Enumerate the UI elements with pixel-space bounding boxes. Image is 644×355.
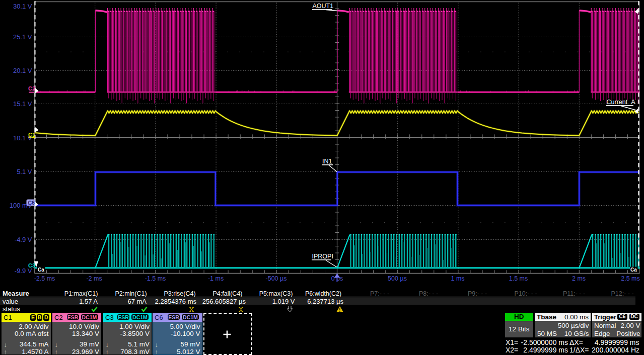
svg-text:1.5 ms: 1.5 ms [509, 275, 528, 282]
svg-text:-1 ms: -1 ms [208, 275, 224, 282]
svg-text:Ca: Ca [630, 267, 637, 273]
svg-text:-4.9 V: -4.9 V [15, 236, 32, 243]
svg-text:Ca: Ca [38, 267, 44, 273]
svg-text:-1.5 ms: -1.5 ms [145, 275, 166, 282]
svg-text:20.1 V: 20.1 V [13, 67, 32, 74]
svg-text:5.1 V: 5.1 V [17, 168, 32, 175]
svg-text:15.1 V: 15.1 V [13, 100, 32, 108]
svg-text:500 µs: 500 µs [388, 275, 407, 282]
svg-text:C2: C2 [28, 85, 35, 92]
svg-text:10.1 V: 10.1 V [13, 134, 32, 142]
svg-text:100 mV: 100 mV [10, 202, 32, 209]
svg-text:30.1 V: 30.1 V [13, 3, 32, 10]
svg-text:1 ms: 1 ms [451, 275, 464, 282]
svg-text:25.1 V: 25.1 V [13, 33, 32, 41]
svg-text:-500 µs: -500 µs [266, 275, 287, 282]
svg-text:2 ms: 2 ms [572, 275, 586, 282]
svg-text:-9.9 V: -9.9 V [15, 267, 32, 275]
svg-text:-2 ms: -2 ms [86, 275, 102, 282]
svg-text:2.5 ms: 2.5 ms [621, 275, 640, 282]
svg-text:0 ps: 0 ps [331, 275, 343, 282]
svg-text:IPROPI: IPROPI [312, 253, 333, 260]
svg-text:-2.5 ms: -2.5 ms [34, 275, 55, 282]
svg-text:Current_A: Current_A [607, 99, 636, 106]
svg-text:AOUT1: AOUT1 [313, 3, 334, 10]
svg-text:IN1: IN1 [322, 158, 332, 165]
